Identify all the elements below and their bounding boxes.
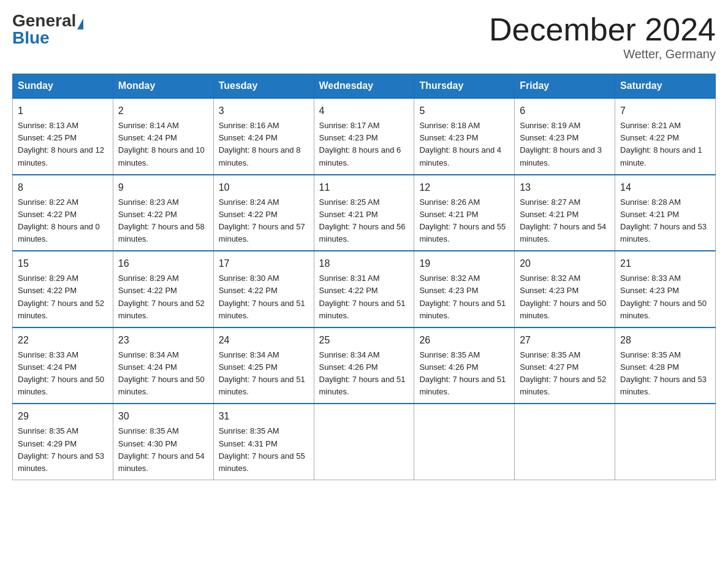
calendar-cell: 15 Sunrise: 8:29 AMSunset: 4:22 PMDaylig… [13,251,113,327]
day-number: 8 [18,180,108,195]
calendar-week-3: 15 Sunrise: 8:29 AMSunset: 4:22 PMDaylig… [13,251,716,327]
day-number: 29 [18,409,108,424]
calendar-cell [414,404,515,480]
day-info: Sunrise: 8:13 AMSunset: 4:25 PMDaylight:… [18,121,104,167]
logo-triangle-icon [77,18,83,29]
day-number: 30 [118,409,208,424]
calendar-cell: 17 Sunrise: 8:30 AMSunset: 4:22 PMDaylig… [213,251,314,327]
calendar-cell: 13 Sunrise: 8:27 AMSunset: 4:21 PMDaylig… [515,175,615,251]
col-saturday: Saturday [615,74,716,99]
col-wednesday: Wednesday [314,74,414,99]
col-friday: Friday [515,74,615,99]
calendar-cell: 5 Sunrise: 8:18 AMSunset: 4:23 PMDayligh… [414,98,515,175]
day-info: Sunrise: 8:29 AMSunset: 4:22 PMDaylight:… [118,274,205,320]
calendar-cell: 16 Sunrise: 8:29 AMSunset: 4:22 PMDaylig… [113,251,213,327]
day-number: 19 [419,256,509,271]
day-number: 28 [620,333,710,348]
day-number: 3 [219,104,309,118]
day-info: Sunrise: 8:29 AMSunset: 4:22 PMDaylight:… [18,274,104,320]
calendar-cell: 31 Sunrise: 8:35 AMSunset: 4:31 PMDaylig… [213,404,314,480]
day-info: Sunrise: 8:24 AMSunset: 4:22 PMDaylight:… [219,197,305,243]
logo-blue-line: Blue [12,29,50,47]
calendar-cell: 21 Sunrise: 8:33 AMSunset: 4:23 PMDaylig… [615,251,716,327]
day-number: 1 [18,104,108,118]
calendar-week-2: 8 Sunrise: 8:22 AMSunset: 4:22 PMDayligh… [13,175,716,251]
day-number: 27 [520,333,610,348]
col-sunday: Sunday [13,74,113,99]
day-info: Sunrise: 8:28 AMSunset: 4:21 PMDaylight:… [620,197,707,243]
day-number: 6 [520,104,610,118]
calendar-week-4: 22 Sunrise: 8:33 AMSunset: 4:24 PMDaylig… [13,327,716,404]
col-monday: Monday [113,74,213,99]
day-number: 11 [319,180,409,195]
calendar-cell: 8 Sunrise: 8:22 AMSunset: 4:22 PMDayligh… [13,175,113,251]
calendar-cell: 27 Sunrise: 8:35 AMSunset: 4:27 PMDaylig… [515,327,615,404]
calendar-week-5: 29 Sunrise: 8:35 AMSunset: 4:29 PMDaylig… [13,404,716,480]
month-title: December 2024 [489,12,716,47]
day-info: Sunrise: 8:27 AMSunset: 4:21 PMDaylight:… [520,197,606,243]
calendar-cell: 23 Sunrise: 8:34 AMSunset: 4:24 PMDaylig… [113,327,213,404]
day-info: Sunrise: 8:22 AMSunset: 4:22 PMDaylight:… [18,197,100,243]
day-number: 18 [319,256,409,271]
calendar-cell: 9 Sunrise: 8:23 AMSunset: 4:22 PMDayligh… [113,175,213,251]
day-number: 21 [620,256,710,271]
col-tuesday: Tuesday [213,74,314,99]
calendar-cell: 7 Sunrise: 8:21 AMSunset: 4:22 PMDayligh… [615,98,716,175]
day-info: Sunrise: 8:25 AMSunset: 4:21 PMDaylight:… [319,197,406,243]
calendar-table: Sunday Monday Tuesday Wednesday Thursday… [12,74,716,480]
day-number: 26 [419,333,509,348]
calendar-cell: 11 Sunrise: 8:25 AMSunset: 4:21 PMDaylig… [314,175,414,251]
day-info: Sunrise: 8:35 AMSunset: 4:27 PMDaylight:… [520,350,606,396]
day-info: Sunrise: 8:33 AMSunset: 4:24 PMDaylight:… [18,350,104,396]
day-number: 16 [118,256,208,271]
calendar-cell: 20 Sunrise: 8:32 AMSunset: 4:23 PMDaylig… [515,251,615,327]
day-number: 20 [520,256,610,271]
calendar-cell: 3 Sunrise: 8:16 AMSunset: 4:24 PMDayligh… [213,98,314,175]
day-info: Sunrise: 8:35 AMSunset: 4:26 PMDaylight:… [419,350,506,396]
day-info: Sunrise: 8:21 AMSunset: 4:22 PMDaylight:… [620,121,702,167]
logo: General Blue [12,12,83,47]
calendar-cell [615,404,716,480]
calendar-cell: 22 Sunrise: 8:33 AMSunset: 4:24 PMDaylig… [13,327,113,404]
calendar-cell: 2 Sunrise: 8:14 AMSunset: 4:24 PMDayligh… [113,98,213,175]
calendar-cell: 6 Sunrise: 8:19 AMSunset: 4:23 PMDayligh… [515,98,615,175]
calendar-header-row: Sunday Monday Tuesday Wednesday Thursday… [13,74,716,99]
day-number: 22 [18,333,108,348]
day-info: Sunrise: 8:31 AMSunset: 4:22 PMDaylight:… [319,274,406,320]
calendar-cell: 4 Sunrise: 8:17 AMSunset: 4:23 PMDayligh… [314,98,414,175]
logo-general-text: General [12,11,76,30]
day-number: 15 [18,256,108,271]
day-info: Sunrise: 8:32 AMSunset: 4:23 PMDaylight:… [520,274,606,320]
day-number: 23 [118,333,208,348]
day-info: Sunrise: 8:35 AMSunset: 4:30 PMDaylight:… [118,426,205,472]
day-info: Sunrise: 8:16 AMSunset: 4:24 PMDaylight:… [219,121,301,167]
day-info: Sunrise: 8:34 AMSunset: 4:26 PMDaylight:… [319,350,406,396]
day-number: 14 [620,180,710,195]
calendar-cell: 29 Sunrise: 8:35 AMSunset: 4:29 PMDaylig… [13,404,113,480]
day-info: Sunrise: 8:14 AMSunset: 4:24 PMDaylight:… [118,121,205,167]
logo-general-line: General [12,12,83,29]
day-number: 4 [319,104,409,118]
title-block: December 2024 Wetter, Germany [489,12,716,61]
day-info: Sunrise: 8:35 AMSunset: 4:31 PMDaylight:… [219,426,305,472]
page-header: General Blue December 2024 Wetter, Germa… [12,12,716,61]
calendar-cell: 25 Sunrise: 8:34 AMSunset: 4:26 PMDaylig… [314,327,414,404]
day-number: 10 [219,180,309,195]
calendar-cell: 18 Sunrise: 8:31 AMSunset: 4:22 PMDaylig… [314,251,414,327]
day-info: Sunrise: 8:34 AMSunset: 4:24 PMDaylight:… [118,350,205,396]
calendar-cell [314,404,414,480]
calendar-cell: 10 Sunrise: 8:24 AMSunset: 4:22 PMDaylig… [213,175,314,251]
col-thursday: Thursday [414,74,515,99]
location: Wetter, Germany [489,47,716,61]
calendar-cell: 19 Sunrise: 8:32 AMSunset: 4:23 PMDaylig… [414,251,515,327]
day-number: 25 [319,333,409,348]
calendar-cell: 26 Sunrise: 8:35 AMSunset: 4:26 PMDaylig… [414,327,515,404]
calendar-cell: 12 Sunrise: 8:26 AMSunset: 4:21 PMDaylig… [414,175,515,251]
day-info: Sunrise: 8:35 AMSunset: 4:28 PMDaylight:… [620,350,707,396]
day-number: 24 [219,333,309,348]
day-info: Sunrise: 8:17 AMSunset: 4:23 PMDaylight:… [319,121,401,167]
day-info: Sunrise: 8:19 AMSunset: 4:23 PMDaylight:… [520,121,602,167]
day-info: Sunrise: 8:23 AMSunset: 4:22 PMDaylight:… [118,197,205,243]
day-info: Sunrise: 8:35 AMSunset: 4:29 PMDaylight:… [18,426,104,472]
calendar-cell: 1 Sunrise: 8:13 AMSunset: 4:25 PMDayligh… [13,98,113,175]
